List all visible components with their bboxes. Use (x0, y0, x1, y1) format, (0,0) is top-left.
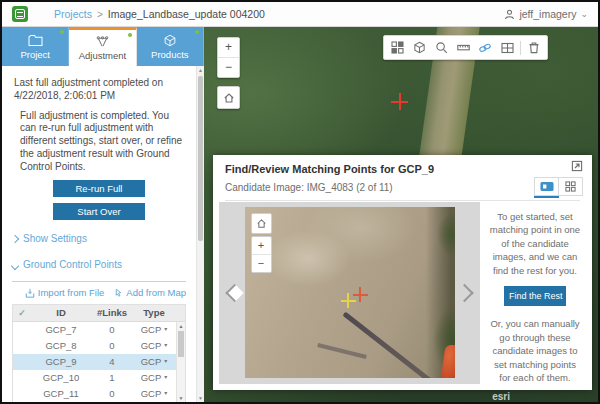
next-image-button[interactable] (455, 284, 473, 302)
scroll-down-icon[interactable]: ▼ (177, 394, 185, 402)
gcp-type-dropdown[interactable]: GCP▾ (133, 324, 175, 336)
gcp-type-dropdown[interactable]: GCP▾ (133, 356, 175, 368)
user-menu[interactable]: jeff_imagery ⌄ (504, 8, 588, 20)
tab-adjustment[interactable]: Adjustment (69, 27, 136, 66)
status-dot (195, 30, 199, 34)
gcp-type-dropdown[interactable]: GCP▾ (133, 340, 175, 352)
gcp-links: 0 (91, 324, 133, 336)
dropdown-arrow-icon: ▾ (164, 358, 167, 366)
instructions-sidebar: To get started, set matching point in on… (480, 202, 586, 384)
gcp-links: 1 (91, 372, 133, 384)
measure-button[interactable] (452, 37, 474, 58)
scrollbar-thumb[interactable] (198, 76, 203, 241)
basemap-button[interactable] (408, 37, 430, 58)
grid-view-button[interactable] (558, 178, 582, 195)
dropdown-arrow-icon: ▾ (164, 390, 167, 398)
table-row[interactable]: GCP_7 0 GCP▾ (13, 322, 176, 338)
zoom-in-button[interactable]: + (218, 38, 239, 57)
status-dot (128, 33, 132, 37)
home-extent-button[interactable] (217, 86, 240, 109)
candidate-image-label: Candidate Image: IMG_4083 (2 of 11) (225, 182, 580, 193)
gcp-section-label: Ground Control Points (23, 259, 122, 272)
search-button[interactable] (430, 37, 452, 58)
breadcrumb-separator: > (97, 9, 103, 20)
photo-zoom-in-button[interactable]: + (252, 237, 271, 254)
orange-cone (440, 344, 454, 378)
home-icon (223, 92, 235, 104)
overview-images-button[interactable] (386, 37, 408, 58)
image-overview-icon (391, 41, 404, 54)
scroll-up-icon[interactable]: ▲ (177, 322, 185, 330)
previous-image-button[interactable] (225, 284, 243, 302)
scroll-up-icon[interactable]: ▲ (197, 66, 204, 74)
show-settings-toggle[interactable]: Show Settings (12, 233, 186, 246)
search-icon (435, 41, 448, 54)
adjustment-panel: Last full adjustment completed on 4/22/2… (2, 66, 196, 402)
map-zoom-control: + − (217, 37, 240, 78)
panel-scrollbar[interactable]: ▲ ▼ (196, 66, 204, 402)
show-settings-label: Show Settings (23, 233, 87, 246)
gcp-id: GCP_8 (31, 340, 91, 352)
last-adjustment-status: Last full adjustment completed on 4/22/2… (14, 77, 184, 103)
instruction-primary: To get started, set matching point in on… (489, 210, 581, 277)
map-attribution: esri (492, 391, 510, 402)
add-from-map-label: Add from Map (126, 287, 186, 299)
candidate-image[interactable]: + − (245, 207, 455, 378)
gcp-type-dropdown[interactable]: GCP▾ (133, 372, 175, 384)
top-bar: Projects > Image_Landbase_update 004200 … (2, 2, 598, 27)
scroll-down-icon[interactable]: ▼ (197, 394, 204, 402)
photo-home-button[interactable] (251, 213, 272, 234)
instruction-secondary: Or, you can manually go through these ca… (489, 317, 581, 384)
cube-icon (163, 34, 177, 47)
gcp-id: GCP_9 (31, 356, 91, 368)
left-panel: Project Adjustment Products Last full ad… (2, 27, 204, 402)
dropdown-arrow-icon: ▾ (164, 342, 167, 350)
tab-products[interactable]: Products (137, 27, 204, 66)
gcp-table-body: GCP_7 0 GCP▾ GCP_8 0 GCP▾ GCP_9 4 GCP▾ (13, 322, 185, 402)
dock-window-icon (571, 160, 583, 172)
basemap-hexagon-icon (413, 41, 426, 54)
add-from-map-link[interactable]: Add from Map (114, 287, 186, 299)
gcp-type-dropdown[interactable]: GCP▾ (133, 388, 175, 400)
chevron-right-icon (11, 235, 19, 243)
gcp-table-header: ✓ ID #Links Type (13, 305, 185, 322)
table-row[interactable]: GCP_8 0 GCP▾ (13, 338, 176, 354)
ruler-icon (457, 41, 470, 54)
gcp-links-button[interactable] (474, 37, 496, 58)
single-image-view-button[interactable] (535, 178, 558, 195)
image-table-button[interactable] (496, 37, 518, 58)
gcp-section-toggle[interactable]: Ground Control Points (12, 259, 186, 272)
scrollbar-thumb[interactable] (178, 331, 184, 357)
start-over-button[interactable]: Start Over (53, 203, 145, 220)
gcp-cross-red (353, 287, 368, 302)
zoom-out-button[interactable]: − (218, 57, 239, 77)
table-row[interactable]: GCP_10 1 GCP▾ (13, 370, 176, 386)
toolbar-divider (520, 41, 521, 55)
dock-panel-button[interactable] (571, 160, 583, 172)
panel-title: Find/Review Matching Points for GCP_9 (225, 163, 580, 175)
table-scrollbar[interactable]: ▲ ▼ (176, 322, 185, 402)
find-review-body: + − To get started, set matching point i… (219, 202, 586, 384)
map-canvas[interactable]: esri + − (204, 27, 598, 402)
gcp-id: GCP_7 (31, 324, 91, 336)
chevron-down-icon: ⌄ (580, 9, 588, 19)
pole-shadow-branch (317, 343, 366, 359)
trash-icon (528, 41, 540, 54)
app-window: Projects > Image_Landbase_update 004200 … (0, 0, 600, 404)
import-from-file-link[interactable]: Import from File (25, 287, 105, 299)
table-row[interactable]: GCP_11 0 GCP▾ (13, 386, 176, 402)
map-pointer-icon (114, 288, 123, 298)
col-id: ID (31, 307, 91, 319)
table-row-selected[interactable]: GCP_9 4 GCP▾ (13, 354, 176, 370)
gcp-id: GCP_10 (31, 372, 91, 384)
check-icon: ✓ (13, 308, 31, 320)
tab-project[interactable]: Project (2, 27, 69, 66)
breadcrumb-projects-link[interactable]: Projects (54, 8, 92, 20)
gcp-links: 4 (91, 356, 133, 368)
adjustment-icon (95, 35, 110, 48)
photo-zoom-out-button[interactable]: − (252, 254, 271, 272)
tab-project-label: Project (20, 49, 50, 60)
delete-button[interactable] (523, 37, 545, 58)
rerun-full-button[interactable]: Re-run Full (53, 180, 145, 197)
find-the-rest-button[interactable]: Find the Rest (504, 286, 566, 306)
